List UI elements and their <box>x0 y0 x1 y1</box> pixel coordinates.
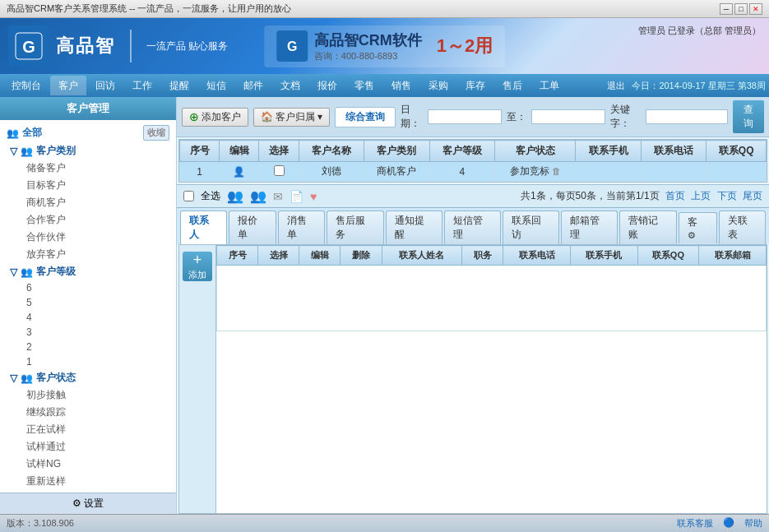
first-page-btn[interactable]: 首页 <box>665 190 685 201</box>
group-label-status: 客户状态 <box>36 371 76 385</box>
sub-tab-10[interactable]: 关联表 <box>719 210 766 244</box>
sub-tab-9[interactable]: 客 ⚙ <box>679 212 717 243</box>
help-link[interactable]: 帮助 <box>744 517 762 530</box>
last-page-btn[interactable]: 尾页 <box>743 190 762 201</box>
edit-icon[interactable]: 👤 <box>233 166 245 178</box>
nav-item-0[interactable]: 控制台 <box>3 76 49 95</box>
tree-child-放弃客户[interactable]: 放弃客户 <box>3 246 173 263</box>
tree-child-正在试样[interactable]: 正在试样 <box>3 421 173 438</box>
slogan: 一流产品 贴心服务 <box>146 39 228 53</box>
close-button[interactable]: ✕ <box>749 3 762 15</box>
sub-tab-5[interactable]: 短信管理 <box>444 210 501 244</box>
nav-item-12[interactable]: 库存 <box>457 76 493 95</box>
sub-tab-8[interactable]: 营销记账 <box>619 210 676 244</box>
nav-item-8[interactable]: 报价 <box>309 76 345 95</box>
tree-child-合作客户[interactable]: 合作客户 <box>3 211 173 229</box>
expand-icon: ▽ <box>10 146 17 157</box>
col-序号: 序号 <box>180 141 220 162</box>
sub-tab-1[interactable]: 报价单 <box>229 210 276 244</box>
sub-col-删除: 删除 <box>340 246 382 266</box>
nav-item-5[interactable]: 短信 <box>198 76 234 95</box>
sub-col-联系手机: 联系手机 <box>570 246 637 266</box>
select-all-checkbox[interactable] <box>183 191 194 201</box>
tree-child-合作伙伴[interactable]: 合作伙伴 <box>3 229 173 246</box>
version-text: 版本：3.108.906 <box>7 517 74 530</box>
select-all-label: 全选 <box>201 189 220 203</box>
nav-item-11[interactable]: 采购 <box>420 76 456 95</box>
tree-child-重新送样[interactable]: 重新送样 <box>3 473 173 490</box>
sub-tabs: 联系人报价单消售单售后服务通知提醒短信管理联系回访邮箱管理营销记账客 ⚙关联表 <box>177 207 769 244</box>
tree-root-all[interactable]: 👥 全部 收缩 <box>3 123 173 142</box>
prev-page-btn[interactable]: 上页 <box>691 190 711 201</box>
col-选择: 选择 <box>259 141 299 162</box>
tab-comprehensive[interactable]: 综合查询 <box>335 107 396 127</box>
next-page-btn[interactable]: 下页 <box>717 190 737 201</box>
date-to-input[interactable] <box>531 109 605 124</box>
customer-service-link[interactable]: 联系客服 <box>677 517 713 530</box>
nav-item-4[interactable]: 提醒 <box>161 76 197 95</box>
tree-child-储备客户[interactable]: 储备客户 <box>3 160 173 177</box>
icon-4: 📄 <box>290 190 303 203</box>
tree-child-试样通过[interactable]: 试样通过 <box>3 438 173 456</box>
search-button[interactable]: 查询 <box>733 100 764 133</box>
nav-item-3[interactable]: 工作 <box>124 76 160 95</box>
nav-date: 今日：2014-09-17 星期三 第38周 <box>632 80 766 92</box>
nav-item-9[interactable]: 零售 <box>346 76 382 95</box>
table-row[interactable]: 1👤刘德商机客户4参加竞标 🗑 <box>180 162 767 182</box>
maximize-button[interactable]: □ <box>734 3 748 15</box>
tree-child-初步接触[interactable]: 初步接触 <box>3 386 173 404</box>
collapse-button[interactable]: 收缩 <box>143 125 169 141</box>
nav-item-2[interactable]: 回访 <box>87 76 123 95</box>
sub-table-body <box>217 266 767 331</box>
root-label: 全部 <box>22 126 42 140</box>
settings-btn[interactable]: ⚙ 设置 <box>0 493 176 514</box>
nav-item-13[interactable]: 售后 <box>494 76 530 95</box>
sub-tab-4[interactable]: 通知提醒 <box>386 210 442 244</box>
icon-1: 👥 <box>227 188 243 204</box>
keyword-input[interactable] <box>646 109 728 124</box>
sub-header-row: 序号选择编辑删除联系人姓名职务联系电话联系手机联系QQ联系邮箱 <box>217 246 767 266</box>
date-label: 日期： <box>401 103 423 131</box>
nav-exit[interactable]: 退出 <box>607 80 625 92</box>
tree-group-level[interactable]: ▽ 👥 客户等级 <box>3 263 173 280</box>
nav-item-6[interactable]: 邮件 <box>235 76 271 95</box>
minimize-button[interactable]: ─ <box>720 3 733 15</box>
logo-area: G 高品智 一流产品 贴心服务 <box>8 25 228 67</box>
customer-home-button[interactable]: 🏠 客户归属 ▾ <box>253 108 330 127</box>
tree-child-6[interactable]: 6 <box>3 280 173 295</box>
sub-tab-6[interactable]: 联系回访 <box>503 210 559 244</box>
sub-tab-0[interactable]: 联系人 <box>180 210 227 244</box>
settings-icon: ⚙ <box>72 497 81 509</box>
row-checkbox[interactable] <box>274 165 285 176</box>
sub-tab-7[interactable]: 邮箱管理 <box>561 210 618 244</box>
tree-child-商机客户[interactable]: 商机客户 <box>3 194 173 211</box>
tree-group-category[interactable]: ▽ 👥 客户类别 <box>3 142 173 160</box>
add-contact-button[interactable]: + 添加 <box>183 252 212 281</box>
tree-child-试样NG[interactable]: 试样NG <box>3 456 173 473</box>
nav-item-1[interactable]: 客户 <box>50 76 86 95</box>
status-del-icon: 🗑 <box>552 166 561 176</box>
tree-group-status[interactable]: ▽ 👥 客户状态 <box>3 369 173 386</box>
sub-tab-2[interactable]: 消售单 <box>278 210 325 244</box>
tree-child-2[interactable]: 2 <box>3 340 173 354</box>
nav-item-7[interactable]: 文档 <box>272 76 308 95</box>
nav-item-10[interactable]: 销售 <box>383 76 419 95</box>
col-联系手机: 联系手机 <box>576 141 642 162</box>
center-logo-icon: G <box>276 30 308 62</box>
brand-name: 高品智 <box>56 34 115 58</box>
tree-child-目标客户[interactable]: 目标客户 <box>3 177 173 194</box>
add-customer-button[interactable]: ⊕ 添加客户 <box>182 108 248 127</box>
date-from-input[interactable] <box>428 109 502 124</box>
title-text: 高品智CRM客户关系管理系统 -- 一流产品，一流服务，让用户用的放心 <box>7 2 292 15</box>
tree-child-4[interactable]: 4 <box>3 310 173 325</box>
tree-child-5[interactable]: 5 <box>3 295 173 310</box>
nav-item-14[interactable]: 工单 <box>531 76 567 95</box>
tree-child-继续跟踪[interactable]: 继续跟踪 <box>3 404 173 421</box>
sub-col-联系QQ: 联系QQ <box>637 246 699 266</box>
sub-tab-3[interactable]: 售后服务 <box>327 210 383 244</box>
group-label: 客户类别 <box>36 144 76 158</box>
dropdown-icon: ▾ <box>317 111 322 123</box>
add-label: 添加 <box>188 269 206 281</box>
tree-child-3[interactable]: 3 <box>3 325 173 340</box>
tree-child-1[interactable]: 1 <box>3 354 173 369</box>
